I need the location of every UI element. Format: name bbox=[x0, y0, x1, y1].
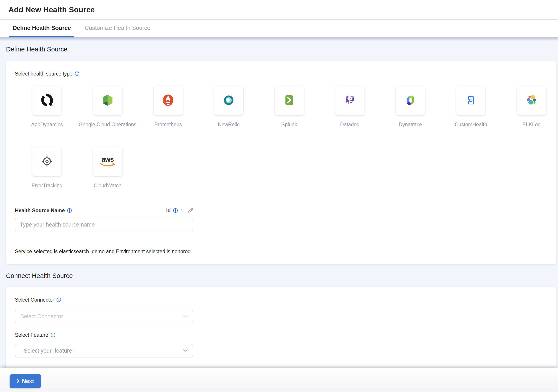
wizard-footer: Next bbox=[0, 368, 558, 392]
service-environment-note: Service selected is elasticsearch_demo a… bbox=[15, 248, 547, 255]
select-feature-label: Select Feature bbox=[15, 332, 48, 338]
source-tile-google-cloud-operations[interactable] bbox=[93, 86, 122, 115]
source-label: Google Cloud Operations bbox=[78, 121, 137, 128]
health-source-type-grid: AppDynamics Google Cloud Operations bbox=[17, 86, 547, 189]
wizard-tabbar: Define Health Source Customize Health So… bbox=[0, 20, 558, 37]
tab-define-health-source[interactable]: Define Health Source bbox=[9, 20, 74, 37]
datadog-icon bbox=[343, 94, 357, 108]
source-label: NewRelic bbox=[218, 121, 239, 128]
tab-label: Define Health Source bbox=[13, 25, 71, 31]
newrelic-icon bbox=[222, 94, 235, 107]
source-cell: Datadog bbox=[335, 86, 365, 128]
source-label: ErrorTracking bbox=[32, 183, 62, 189]
source-cell: Prometheus bbox=[154, 86, 183, 128]
aws-icon: aws bbox=[100, 156, 116, 167]
prometheus-icon bbox=[161, 94, 175, 108]
select-connector-label: Select Connector bbox=[15, 297, 54, 303]
define-health-source-card: Select health source type AppDynamics bbox=[6, 61, 556, 264]
select-connector-label-row: Select Connector bbox=[15, 297, 547, 303]
chevron-down-icon bbox=[183, 314, 188, 319]
page-title: Add New Health Source bbox=[9, 5, 95, 14]
source-cell: Splunk bbox=[275, 86, 304, 128]
chevron-right-icon bbox=[17, 378, 20, 384]
appdynamics-icon bbox=[40, 93, 54, 108]
info-icon[interactable] bbox=[67, 208, 72, 213]
source-tile-dynatrace[interactable] bbox=[396, 86, 425, 115]
select-feature-label-row: Select Feature bbox=[15, 332, 547, 338]
info-icon[interactable] bbox=[75, 71, 79, 76]
source-tile-splunk[interactable] bbox=[275, 86, 304, 115]
edit-id-icon[interactable] bbox=[187, 207, 193, 214]
source-label: CloudWatch bbox=[94, 183, 121, 189]
source-tile-prometheus[interactable] bbox=[154, 86, 183, 115]
source-label: AppDynamics bbox=[31, 121, 63, 128]
customhealth-icon bbox=[464, 94, 477, 108]
source-tile-appdynamics[interactable] bbox=[32, 86, 61, 115]
source-tile-newrelic[interactable] bbox=[214, 86, 243, 115]
id-group: Id : bbox=[166, 207, 193, 214]
select-type-label-row: Select health source type bbox=[15, 71, 547, 77]
source-tile-customhealth[interactable] bbox=[456, 86, 485, 115]
dynatrace-icon bbox=[404, 94, 417, 108]
feature-select[interactable]: - Select your feature - bbox=[15, 344, 193, 357]
add-health-source-page: Add New Health Source Define Health Sour… bbox=[0, 0, 558, 392]
source-label: Datadog bbox=[340, 121, 360, 128]
define-section-heading: Define Health Source bbox=[6, 45, 558, 53]
name-id-row: Health Source Name Id : bbox=[15, 207, 193, 214]
health-source-name-label-group: Health Source Name bbox=[15, 207, 72, 214]
connector-select[interactable]: Select Connector bbox=[15, 310, 193, 323]
id-colon: : bbox=[181, 208, 182, 214]
source-label: Dynatrace bbox=[399, 121, 422, 128]
source-label: CustomHealth bbox=[455, 121, 487, 128]
health-source-name-label: Health Source Name bbox=[15, 207, 65, 214]
source-cell: NewRelic bbox=[214, 86, 243, 128]
health-source-name-input[interactable] bbox=[15, 218, 193, 231]
info-icon[interactable] bbox=[56, 297, 61, 302]
info-icon[interactable] bbox=[173, 208, 178, 213]
source-cell: Google Cloud Operations bbox=[78, 86, 137, 128]
next-button-label: Next bbox=[22, 378, 34, 384]
source-label: Splunk bbox=[281, 121, 297, 128]
tab-label: Customize Health Source bbox=[85, 25, 150, 31]
source-tile-elklog[interactable] bbox=[517, 86, 546, 115]
connect-section-heading: Connect Health Source bbox=[6, 272, 558, 280]
source-cell: AppDynamics bbox=[31, 86, 63, 128]
tab-customize-health-source[interactable]: Customize Health Source bbox=[81, 20, 154, 37]
source-label: ELKLog bbox=[522, 121, 541, 128]
splunk-icon bbox=[283, 94, 296, 108]
source-cell: CustomHealth bbox=[455, 86, 487, 128]
connect-health-source-card: Select Connector Select Connector Select… bbox=[6, 287, 556, 368]
select-type-label: Select health source type bbox=[15, 71, 72, 77]
feature-select-value: - Select your feature - bbox=[20, 348, 75, 354]
source-tile-errortracking[interactable] bbox=[32, 147, 61, 176]
source-cell: aws CloudWatch bbox=[93, 147, 122, 189]
connector-select-value: Select Connector bbox=[20, 313, 63, 320]
next-button[interactable]: Next bbox=[9, 374, 41, 388]
errortracking-icon bbox=[40, 155, 54, 169]
google-cloud-operations-icon bbox=[101, 94, 114, 108]
source-label: Prometheus bbox=[154, 121, 182, 128]
chevron-down-icon bbox=[183, 349, 188, 353]
source-cell: ErrorTracking bbox=[32, 147, 62, 189]
id-label: Id bbox=[166, 208, 171, 214]
source-tile-cloudwatch[interactable]: aws bbox=[93, 147, 122, 176]
source-tile-datadog[interactable] bbox=[335, 86, 365, 115]
source-cell: ELKLog bbox=[517, 86, 546, 128]
elastic-icon bbox=[525, 94, 538, 108]
page-header: Add New Health Source bbox=[0, 0, 558, 20]
wizard-content: Define Health Source Select health sourc… bbox=[0, 37, 558, 368]
info-icon[interactable] bbox=[51, 332, 55, 337]
source-cell: Dynatrace bbox=[396, 86, 425, 128]
